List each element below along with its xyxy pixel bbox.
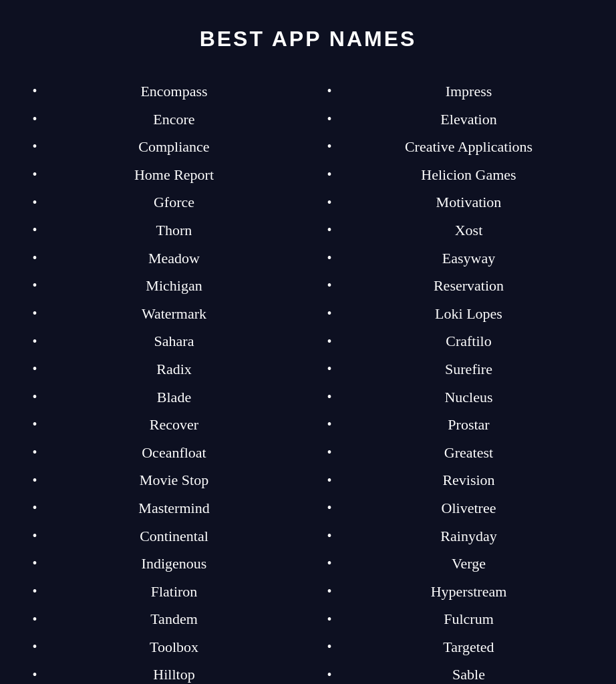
bullet-icon: • bbox=[323, 500, 336, 516]
app-name: Helicion Games bbox=[349, 162, 588, 188]
list-item: •Greatest bbox=[323, 440, 588, 466]
app-name: Sahara bbox=[55, 328, 293, 355]
bullet-icon: • bbox=[28, 500, 41, 516]
bullet-icon: • bbox=[28, 473, 41, 488]
list-item: •Hyperstream bbox=[323, 578, 588, 605]
bullet-icon: • bbox=[323, 222, 336, 238]
app-name: Revision bbox=[349, 467, 588, 494]
list-item: •Recover bbox=[28, 411, 293, 438]
list-item: •Rainyday bbox=[323, 523, 588, 550]
bullet-icon: • bbox=[28, 417, 41, 432]
app-name: Indigenous bbox=[55, 550, 293, 577]
bullet-icon: • bbox=[28, 278, 41, 293]
list-item: •Fulcrum bbox=[323, 606, 588, 633]
list-item: •Gforce bbox=[28, 189, 293, 216]
app-name: Verge bbox=[349, 550, 588, 577]
left-column: •Encompass•Encore•Compliance•Home Report… bbox=[28, 78, 293, 684]
page-title: BEST APP NAMES bbox=[13, 27, 603, 51]
app-name: Loki Lopes bbox=[349, 301, 588, 327]
app-name: Sable bbox=[349, 661, 588, 684]
list-item: •Targeted bbox=[323, 634, 588, 661]
bullet-icon: • bbox=[323, 167, 336, 182]
bullet-icon: • bbox=[28, 556, 41, 571]
list-item: •Craftilo bbox=[323, 328, 588, 355]
list-item: •Blade bbox=[28, 384, 293, 411]
app-name: Prostar bbox=[349, 411, 588, 438]
list-item: •Xost bbox=[323, 217, 588, 244]
bullet-icon: • bbox=[28, 361, 41, 377]
app-name: Easyway bbox=[349, 245, 588, 272]
app-name: Blade bbox=[55, 384, 293, 411]
app-name: Tandem bbox=[55, 606, 293, 633]
columns-container: •Encompass•Encore•Compliance•Home Report… bbox=[13, 78, 603, 684]
app-name: Hyperstream bbox=[349, 578, 588, 605]
app-name: Nucleus bbox=[349, 384, 588, 411]
list-item: •Sahara bbox=[28, 328, 293, 355]
app-name: Watermark bbox=[55, 301, 293, 327]
list-item: •Movie Stop bbox=[28, 467, 293, 494]
app-name: Home Report bbox=[55, 162, 293, 188]
list-item: •Thorn bbox=[28, 217, 293, 244]
list-item: •Mastermind bbox=[28, 495, 293, 522]
bullet-icon: • bbox=[28, 139, 41, 154]
list-item: •Helicion Games bbox=[323, 162, 588, 188]
app-name: Thorn bbox=[55, 217, 293, 244]
bullet-icon: • bbox=[323, 389, 336, 405]
app-name: Xost bbox=[349, 217, 588, 244]
bullet-icon: • bbox=[323, 83, 336, 99]
bullet-icon: • bbox=[323, 306, 336, 321]
list-item: •Toolbox bbox=[28, 634, 293, 661]
app-name: Motivation bbox=[349, 189, 588, 216]
list-item: •Elevation bbox=[323, 106, 588, 133]
bullet-icon: • bbox=[323, 361, 336, 377]
app-name: Michigan bbox=[55, 273, 293, 299]
bullet-icon: • bbox=[323, 473, 336, 488]
app-name: Elevation bbox=[349, 106, 588, 133]
list-item: •Tandem bbox=[28, 606, 293, 633]
bullet-icon: • bbox=[28, 83, 41, 99]
app-name: Surefire bbox=[349, 356, 588, 383]
list-item: •Encompass bbox=[28, 78, 293, 105]
bullet-icon: • bbox=[28, 612, 41, 627]
list-item: •Watermark bbox=[28, 301, 293, 327]
list-item: •Indigenous bbox=[28, 550, 293, 577]
bullet-icon: • bbox=[28, 445, 41, 460]
list-item: •Sable bbox=[323, 661, 588, 684]
app-name: Oceanfloat bbox=[55, 440, 293, 466]
bullet-icon: • bbox=[28, 306, 41, 321]
app-name: Craftilo bbox=[349, 328, 588, 355]
list-item: •Loki Lopes bbox=[323, 301, 588, 327]
bullet-icon: • bbox=[28, 639, 41, 655]
bullet-icon: • bbox=[323, 612, 336, 627]
list-item: •Hilltop bbox=[28, 661, 293, 684]
list-item: •Radix bbox=[28, 356, 293, 383]
list-item: •Verge bbox=[323, 550, 588, 577]
app-name: Toolbox bbox=[55, 634, 293, 661]
bullet-icon: • bbox=[323, 334, 336, 349]
bullet-icon: • bbox=[323, 445, 336, 460]
bullet-icon: • bbox=[323, 639, 336, 655]
app-name: Rainyday bbox=[349, 523, 588, 550]
app-name: Fulcrum bbox=[349, 606, 588, 633]
bullet-icon: • bbox=[323, 667, 336, 683]
bullet-icon: • bbox=[28, 334, 41, 349]
list-item: •Flatiron bbox=[28, 578, 293, 605]
bullet-icon: • bbox=[323, 278, 336, 293]
list-item: •Compliance bbox=[28, 134, 293, 160]
bullet-icon: • bbox=[28, 222, 41, 238]
app-name: Compliance bbox=[55, 134, 293, 160]
app-name: Impress bbox=[349, 78, 588, 105]
bullet-icon: • bbox=[28, 528, 41, 544]
list-item: •Oceanfloat bbox=[28, 440, 293, 466]
app-name: Recover bbox=[55, 411, 293, 438]
bullet-icon: • bbox=[323, 584, 336, 599]
list-item: •Continental bbox=[28, 523, 293, 550]
list-item: •Reservation bbox=[323, 273, 588, 299]
app-name: Creative Applications bbox=[349, 134, 588, 160]
app-name: Gforce bbox=[55, 189, 293, 216]
bullet-icon: • bbox=[28, 667, 41, 683]
list-item: •Motivation bbox=[323, 189, 588, 216]
app-name: Mastermind bbox=[55, 495, 293, 522]
list-item: •Meadow bbox=[28, 245, 293, 272]
app-name: Targeted bbox=[349, 634, 588, 661]
